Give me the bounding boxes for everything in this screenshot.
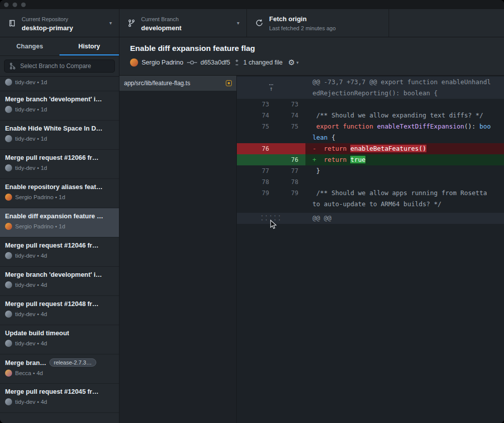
code-line-content: + return true — [305, 154, 491, 165]
commit-list-item[interactable]: Merge pull request #12045 fr… tidy-dev •… — [0, 384, 119, 413]
new-line-number: 78 — [276, 176, 305, 188]
code-token: } — [312, 167, 320, 174]
compare-branch-icon — [9, 63, 16, 70]
commit-item-meta: tidy-dev • 4d — [15, 399, 47, 405]
code-token — [317, 156, 324, 163]
commit-item-title: Merge pull request #12045 fr… — [5, 388, 99, 395]
commit-item-meta: tidy-dev • 1d — [15, 136, 47, 142]
code-line-content: } — [305, 165, 491, 176]
code-token: { — [328, 134, 335, 141]
repo-icon — [8, 19, 16, 27]
commit-list-item[interactable]: Merge pull request #12048 fr… tidy-dev •… — [0, 296, 119, 325]
chevron-down-icon: ▾ — [237, 20, 239, 26]
expand-hunk-up-button[interactable]: ↑ — [237, 77, 305, 99]
code-token — [317, 145, 324, 152]
author-avatar — [5, 106, 12, 113]
author-avatar — [5, 340, 12, 347]
tab-history[interactable]: History — [59, 37, 119, 55]
file-modified-status-icon — [226, 80, 232, 86]
code-line-content: /** Should we allow expanding text diffs… — [305, 110, 491, 121]
close-window-button[interactable] — [4, 3, 9, 7]
changed-files-count: 1 changed file — [243, 59, 283, 66]
commit-header: Enable diff expansion feature flag Sergi… — [119, 37, 504, 76]
old-line-number: 78 — [237, 176, 276, 188]
commit-item-title: Merge branch 'development' i… — [5, 95, 102, 103]
code-token: enableTextDiffExpansion — [377, 123, 464, 130]
new-line-number: 76 — [276, 154, 305, 165]
commit-item-title: Merge pull request #12046 fr… — [5, 241, 99, 249]
changed-file-path: app/src/lib/feature-flag.ts — [124, 80, 222, 87]
code-line-content: export function enableTextDiffExpansion(… — [305, 121, 491, 143]
code-token: /** Should we allow apps running from Ro… — [312, 189, 491, 208]
commit-item-meta: tidy-dev • 1d — [15, 165, 47, 171]
author-avatar — [5, 223, 12, 230]
commit-item-meta: Becca • 4d — [15, 370, 43, 376]
commit-list-item[interactable]: Merge branch 'development' i… tidy-dev •… — [0, 267, 119, 296]
branch-icon — [128, 19, 136, 27]
expand-handle-icon: ·········· — [260, 214, 282, 222]
author-avatar — [5, 135, 12, 142]
diff-options-button[interactable]: ⚙ ▾ — [288, 58, 299, 67]
expand-hunk-button[interactable]: ·········· — [237, 213, 305, 224]
current-branch-value: development — [141, 24, 181, 32]
code-line-content: @@ @@ — [305, 213, 491, 224]
current-repository-value: desktop-primary — [22, 24, 73, 32]
commit-item-title: Update build timeout — [5, 329, 69, 337]
release-tag-badge: release-2.7.3… — [49, 358, 96, 367]
hunk-footer-row: ··········@@ @@ — [237, 213, 504, 224]
sidebar-tabs: Changes History — [0, 37, 119, 56]
commit-list-item[interactable]: tidy-dev • 1d — [0, 77, 119, 91]
tab-changes[interactable]: Changes — [0, 37, 59, 55]
diff-line: 7474 /** Should we allow expanding text … — [237, 110, 504, 121]
code-line-content: - return enableBetaFeatures() — [305, 143, 491, 154]
commit-item-meta: tidy-dev • 4d — [15, 311, 47, 317]
hunk-gutter: ↑ — [237, 77, 305, 99]
compare-branch-section: Select Branch to Compare — [0, 56, 119, 77]
commit-list-item[interactable]: Update build timeout tidy-dev • 4d — [0, 325, 119, 354]
code-token: @@ @@ — [312, 214, 332, 222]
zoom-window-button[interactable] — [21, 3, 26, 7]
author-avatar — [5, 311, 12, 318]
commit-item-title: Merge pull request #12048 fr… — [5, 300, 99, 308]
diff-line: 7979 /** Should we allow apps running fr… — [237, 188, 504, 210]
diff-line: 7575 export function enableTextDiffExpan… — [237, 121, 504, 143]
commit-list-item[interactable]: Merge branch 'development' i… tidy-dev •… — [0, 91, 119, 120]
code-token: /** Should we allow expanding text diffs… — [312, 111, 483, 119]
code-token: @@ -73,7 +73,7 @@ export function enable… — [312, 78, 491, 97]
diff-line: 76- return enableBetaFeatures() — [237, 143, 504, 154]
history-sidebar: Changes History Select Branch to Com — [0, 37, 119, 423]
new-line-number: 77 — [276, 165, 305, 176]
code-token: function — [343, 123, 373, 130]
commit-title: Enable diff expansion feature flag — [130, 44, 496, 53]
commit-item-meta: tidy-dev • 4d — [15, 340, 47, 346]
commit-list-item[interactable]: Enable diff expansion feature … Sergio P… — [0, 208, 119, 237]
fetch-origin-label: Fetch origin — [269, 15, 306, 23]
commit-list-item[interactable]: Enable repository aliases feat… Sergio P… — [0, 179, 119, 208]
author-avatar — [5, 252, 12, 259]
select-branch-to-compare-button[interactable]: Select Branch to Compare — [4, 59, 115, 73]
commit-history-list: tidy-dev • 1d Merge branch 'development'… — [0, 77, 119, 423]
changed-file-row[interactable]: app/src/lib/feature-flag.ts — [119, 76, 236, 91]
code-token — [312, 123, 317, 130]
commit-item-title: Merge branch 'development' i… — [5, 271, 102, 278]
current-repository-button[interactable]: Current Repository desktop-primary ▾ — [0, 9, 119, 37]
commit-sha[interactable]: d653a0df5 — [201, 59, 230, 66]
commit-item-title: Enable Hide White Space In D… — [5, 125, 102, 132]
author-avatar — [5, 79, 12, 86]
current-branch-button[interactable]: Current Branch development ▾ — [119, 9, 247, 37]
fetch-origin-button[interactable]: Fetch origin Last fetched 2 minutes ago — [247, 9, 389, 37]
code-line-content — [305, 99, 491, 110]
commit-item-title: Merge bran… — [5, 359, 46, 367]
commit-list-item[interactable]: Merge bran… release-2.7.3… Becca • 4d — [0, 354, 119, 384]
code-token: + — [312, 156, 317, 163]
diff-line: 7777 } — [237, 165, 504, 176]
chevron-down-icon: ▾ — [109, 20, 112, 26]
commit-list-item[interactable]: Enable Hide White Space In D… tidy-dev •… — [0, 120, 119, 150]
author-avatar — [5, 281, 12, 288]
commit-list-item[interactable]: Merge pull request #12046 fr… tidy-dev •… — [0, 237, 119, 267]
commit-list-item[interactable]: Merge pull request #12066 fr… tidy-dev •… — [0, 150, 119, 179]
author-avatar — [5, 398, 12, 405]
minimize-window-button[interactable] — [13, 3, 17, 7]
code-line-content: /** Should we allow apps running from Ro… — [305, 188, 491, 210]
chevron-down-icon: ▾ — [296, 60, 299, 65]
